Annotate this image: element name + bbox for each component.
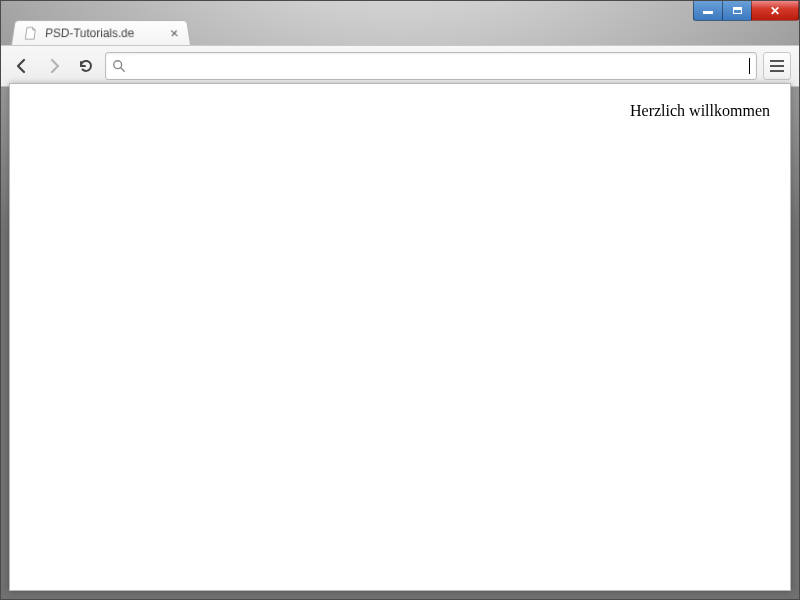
page-icon: [23, 26, 38, 39]
window-close-button[interactable]: ✕: [751, 1, 799, 21]
window-controls: ✕: [694, 1, 799, 21]
viewport: Herzlich willkommen: [9, 83, 791, 591]
search-icon: [112, 59, 126, 73]
minimize-icon: [703, 11, 713, 14]
back-arrow-icon: [13, 57, 31, 75]
window-maximize-button[interactable]: [722, 1, 752, 21]
tab-strip: PSD-Tutorials.de ×: [1, 19, 799, 45]
maximize-icon: [733, 7, 742, 14]
window-minimize-button[interactable]: [693, 1, 723, 21]
browser-tab[interactable]: PSD-Tutorials.de ×: [11, 20, 191, 45]
chrome-menu-button[interactable]: [763, 52, 791, 80]
browser-window: ✕ PSD-Tutorials.de ×: [0, 0, 800, 600]
page-body: Herzlich willkommen: [10, 84, 790, 138]
reload-icon: [77, 57, 95, 75]
svg-line-1: [121, 68, 125, 72]
forward-button[interactable]: [41, 53, 67, 79]
address-input[interactable]: [132, 55, 742, 77]
forward-arrow-icon: [45, 57, 63, 75]
back-button[interactable]: [9, 53, 35, 79]
toolbar: [1, 45, 799, 87]
tab-close-button[interactable]: ×: [169, 26, 179, 39]
welcome-heading: Herzlich willkommen: [630, 102, 770, 119]
reload-button[interactable]: [73, 53, 99, 79]
tab-title: PSD-Tutorials.de: [45, 26, 135, 39]
hamburger-icon: [770, 60, 784, 62]
address-bar[interactable]: [105, 52, 757, 80]
close-icon: ✕: [770, 4, 780, 18]
text-caret: [749, 58, 750, 74]
